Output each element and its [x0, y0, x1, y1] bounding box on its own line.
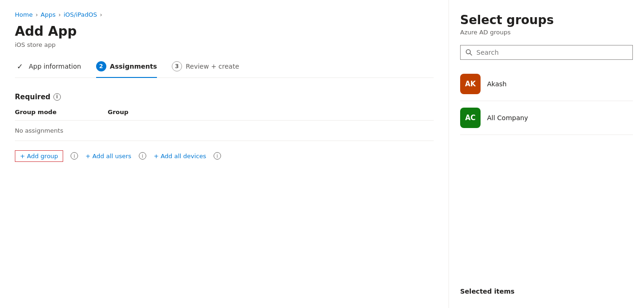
required-label: Required: [15, 93, 51, 101]
avatar-all-company: AC: [460, 108, 481, 128]
step-review-create[interactable]: 3 Review + create: [172, 61, 239, 77]
page-subtitle: iOS store app: [15, 41, 434, 48]
group-list: AK Akash AC All Company: [460, 67, 633, 280]
step-2-icon: 2: [96, 61, 106, 71]
step-check-icon: ✓: [15, 61, 25, 71]
step-assignments[interactable]: 2 Assignments: [96, 61, 157, 78]
group-name-akash: Akash: [487, 80, 507, 88]
breadcrumb-home[interactable]: Home: [15, 11, 33, 18]
col-group-mode: Group mode: [15, 109, 108, 116]
add-all-users-info-icon[interactable]: i: [139, 152, 146, 160]
step-app-info-label: App information: [29, 63, 81, 70]
page-title: Add App: [15, 24, 434, 39]
breadcrumb-ios[interactable]: iOS/iPadOS: [64, 11, 97, 18]
footer-actions: + Add group i + Add all users i + Add al…: [15, 150, 434, 162]
search-box[interactable]: [460, 45, 633, 60]
breadcrumb-sep-1: ›: [35, 11, 38, 18]
table-row: No assignments: [15, 121, 434, 141]
breadcrumb-sep-3: ›: [100, 11, 102, 18]
step-assignments-label: Assignments: [110, 63, 157, 70]
avatar-akash: AK: [460, 74, 481, 94]
svg-line-1: [470, 53, 472, 55]
step-3-icon: 3: [172, 61, 182, 71]
group-item-akash[interactable]: AK Akash: [460, 67, 633, 101]
add-group-button[interactable]: + Add group: [15, 150, 63, 162]
add-all-devices-info-icon[interactable]: i: [214, 152, 221, 160]
selected-items-label: Selected items: [460, 280, 633, 295]
group-name-all-company: All Company: [487, 114, 528, 122]
steps-nav: ✓ App information 2 Assignments 3 Review…: [15, 61, 434, 78]
group-item-all-company[interactable]: AC All Company: [460, 101, 633, 135]
breadcrumb: Home › Apps › iOS/iPadOS ›: [15, 11, 434, 18]
add-all-devices-button[interactable]: + Add all devices: [154, 153, 206, 160]
cell-group-empty: [108, 127, 434, 134]
required-section-title: Required i: [15, 93, 434, 101]
left-panel: Home › Apps › iOS/iPadOS › Add App iOS s…: [0, 0, 449, 308]
breadcrumb-sep-2: ›: [59, 11, 61, 18]
col-group: Group: [108, 109, 434, 116]
right-panel: Select groups Azure AD groups AK Akash A…: [449, 0, 644, 308]
add-all-users-button[interactable]: + Add all users: [85, 153, 131, 160]
breadcrumb-apps[interactable]: Apps: [41, 11, 56, 18]
search-icon: [465, 49, 473, 56]
add-group-info-icon[interactable]: i: [71, 152, 78, 160]
panel-title: Select groups: [460, 13, 633, 27]
step-review-label: Review + create: [186, 63, 239, 70]
panel-subtitle: Azure AD groups: [460, 29, 633, 36]
table-header: Group mode Group: [15, 104, 434, 121]
required-info-icon[interactable]: i: [53, 93, 61, 101]
search-input[interactable]: [476, 49, 628, 56]
step-app-information[interactable]: ✓ App information: [15, 61, 81, 77]
cell-no-assignments: No assignments: [15, 127, 108, 134]
